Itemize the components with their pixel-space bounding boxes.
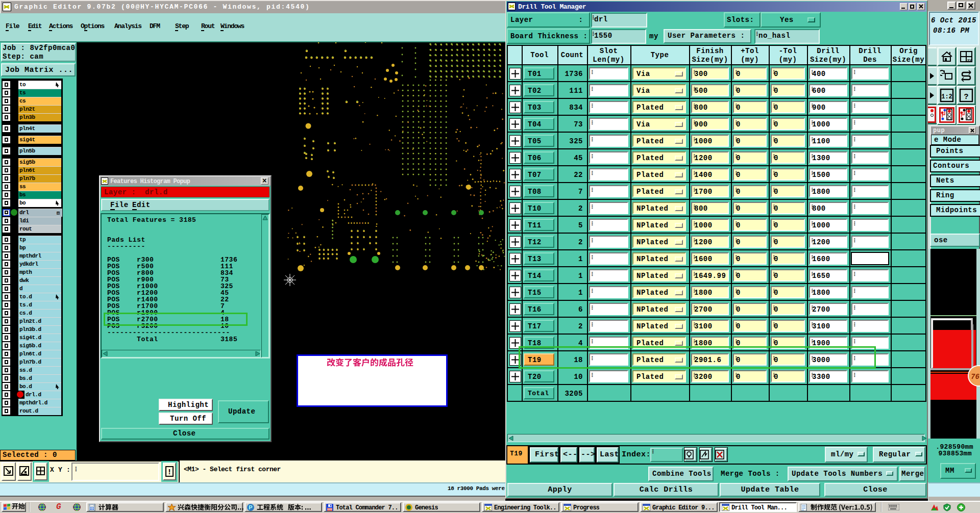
- svg-text:76: 76: [971, 373, 979, 381]
- svg-text:!: !: [167, 468, 172, 477]
- svg-text:?: ?: [964, 93, 968, 101]
- svg-text:P: P: [249, 504, 252, 510]
- svg-text:xy: xy: [967, 58, 972, 62]
- svg-text:1:2: 1:2: [941, 93, 952, 100]
